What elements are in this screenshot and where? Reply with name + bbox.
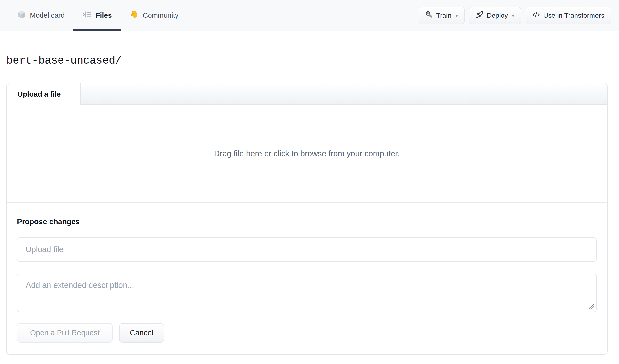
file-tree-icon [83, 10, 92, 21]
cube-icon [18, 10, 26, 21]
tab-model-card[interactable]: Model card [18, 0, 65, 31]
extended-description-textarea[interactable] [17, 274, 597, 312]
tab-files[interactable]: Files [83, 0, 112, 31]
repo-path: bert-base-uncased/ [6, 54, 619, 67]
train-button-label: Train [436, 12, 451, 19]
tab-upload-a-file[interactable]: Upload a file [7, 84, 81, 105]
description-field-wrap [17, 274, 597, 312]
cancel-button[interactable]: Cancel [119, 323, 164, 343]
repo-header: Model card Files [0, 0, 619, 31]
tab-model-card-label: Model card [30, 11, 65, 19]
deploy-button-label: Deploy [487, 12, 508, 19]
resize-grip-icon[interactable] [588, 303, 594, 310]
waving-hand-icon [130, 10, 139, 21]
caret-down-icon: ▾ [512, 13, 514, 18]
upload-panel: Upload a file Drag file here or click to… [6, 83, 608, 354]
header-actions: Train ▾ Deploy ▾ [419, 0, 611, 31]
form-buttons-row: Open a Pull Request Cancel [17, 323, 597, 343]
propose-changes-section: Propose changes Open a Pull Request Canc… [7, 203, 607, 343]
train-button[interactable]: Train ▾ [419, 7, 464, 24]
caret-down-icon: ▾ [455, 13, 458, 18]
wrench-icon [425, 11, 433, 20]
use-in-transformers-button[interactable]: Use in Transformers [526, 7, 611, 24]
repo-tab-nav: Model card Files [18, 0, 178, 31]
code-icon [532, 11, 540, 20]
deploy-button[interactable]: Deploy ▾ [469, 7, 521, 24]
tab-community-label: Community [143, 11, 179, 19]
panel-tabstrip: Upload a file [7, 84, 607, 105]
use-in-transformers-label: Use in Transformers [543, 12, 605, 19]
tab-community[interactable]: Community [130, 0, 179, 31]
file-dropzone[interactable]: Drag file here or click to browse from y… [7, 105, 607, 203]
active-tab-indicator [72, 29, 120, 31]
dropzone-hint: Drag file here or click to browse from y… [214, 149, 400, 158]
upload-filename-input[interactable] [17, 237, 597, 262]
rocket-icon [476, 11, 483, 20]
tab-files-label: Files [96, 11, 112, 19]
propose-changes-heading: Propose changes [17, 217, 597, 226]
tab-upload-a-file-label: Upload a file [17, 90, 61, 98]
open-pull-request-button[interactable]: Open a Pull Request [17, 323, 113, 343]
